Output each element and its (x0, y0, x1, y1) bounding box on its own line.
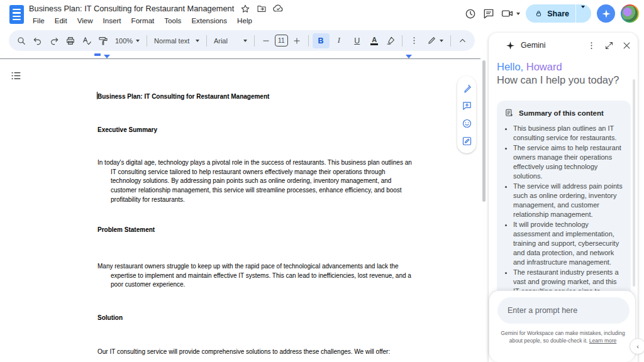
print-icon[interactable] (63, 33, 78, 48)
formatting-toolbar: 100% Normal text Arial 11 B I U A (9, 30, 475, 51)
menu-edit[interactable]: Edit (51, 16, 71, 25)
document-title[interactable]: Business Plan: IT Consulting for Restaur… (29, 4, 234, 13)
menu-file[interactable]: File (29, 16, 48, 25)
panel-expand-icon[interactable] (604, 41, 614, 50)
doc-paragraph-problem-statement[interactable]: Many restaurant owners struggle to keep … (97, 262, 413, 290)
summarize-doc-icon (504, 108, 514, 118)
doc-heading-executive-summary[interactable]: Executive Summary (97, 126, 413, 135)
doc-paragraph-executive-summary[interactable]: In today's digital age, technology plays… (97, 158, 413, 205)
doc-paragraph-solution[interactable]: Our IT consulting service will provide c… (97, 348, 413, 357)
menu-format[interactable]: Format (128, 16, 158, 25)
doc-heading-solution[interactable]: Solution (97, 314, 413, 323)
collapse-panel-button[interactable]: ‹ (630, 338, 644, 354)
panel-title: Gemini (521, 41, 546, 50)
meet-dropdown-caret[interactable] (516, 13, 520, 17)
summary-bullet-list: This business plan outlines an IT consul… (513, 124, 623, 296)
editing-mode-select[interactable] (424, 36, 447, 45)
summary-bullet: This business plan outlines an IT consul… (513, 124, 623, 143)
learn-more-link[interactable]: Learn more (589, 337, 616, 344)
gemini-spark-button[interactable] (597, 4, 615, 23)
menu-extensions[interactable]: Extensions (187, 16, 231, 25)
menu-view[interactable]: View (74, 16, 97, 25)
star-icon[interactable] (240, 4, 250, 14)
hide-menus-chevron-icon[interactable] (455, 33, 470, 48)
show-document-outline-icon[interactable] (10, 70, 22, 82)
panel-close-icon[interactable] (622, 41, 631, 50)
menu-insert[interactable]: Insert (99, 16, 125, 25)
gemini-sparkle-icon (506, 41, 515, 50)
share-button[interactable]: Share (526, 4, 591, 23)
version-history-icon[interactable] (464, 8, 477, 20)
gemini-side-panel: Gemini Hello, Howard How can I help you … (489, 33, 638, 362)
account-avatar[interactable] (621, 4, 639, 23)
summary-bullet: The service will address pain points suc… (513, 182, 623, 219)
underline-button[interactable]: U (348, 33, 365, 48)
search-menus-icon[interactable] (14, 33, 29, 48)
paint-format-icon[interactable] (96, 33, 111, 48)
summary-card: Summary of this content This business pl… (497, 101, 631, 299)
ruler-first-line-indent-marker[interactable] (94, 53, 101, 56)
pencil-icon (427, 36, 436, 45)
summary-bullet: It will provide technology assessment an… (513, 220, 623, 267)
font-family-select[interactable]: Arial (211, 37, 250, 45)
menu-bar: File Edit View Insert Format Tools Exten… (29, 16, 284, 25)
google-docs-app: Business Plan: IT Consulting for Restaur… (0, 0, 644, 362)
share-dropdown-caret[interactable] (576, 8, 591, 19)
bold-button[interactable]: B (313, 33, 330, 48)
undo-icon[interactable] (30, 33, 45, 48)
google-docs-logo-icon[interactable] (9, 5, 24, 24)
meet-video-icon[interactable] (501, 7, 520, 20)
panel-scrollbar[interactable] (633, 79, 635, 287)
panel-more-options-icon[interactable] (587, 41, 596, 50)
zoom-select[interactable]: 100% (112, 37, 143, 45)
doc-heading-title[interactable]: Business Plan: IT Consulting for Restaur… (97, 92, 413, 102)
menu-help[interactable]: Help (233, 16, 256, 25)
text-color-button[interactable]: A (367, 33, 382, 48)
comments-icon[interactable] (482, 8, 495, 20)
paragraph-style-select[interactable]: Normal text (151, 37, 203, 45)
decrease-font-size-button[interactable] (258, 33, 274, 48)
highlight-color-icon[interactable] (383, 33, 398, 48)
document-scrollbar[interactable] (482, 60, 486, 202)
lock-icon (535, 9, 543, 18)
move-folder-icon[interactable] (257, 4, 267, 14)
ruler (0, 58, 480, 59)
more-options-icon[interactable] (406, 33, 421, 48)
disclaimer-text: Gemini for Workspace can make mistakes, … (497, 330, 629, 344)
app-header: Business Plan: IT Consulting for Restaur… (0, 0, 644, 29)
suggest-edits-icon[interactable] (462, 136, 472, 146)
italic-button[interactable]: I (331, 33, 348, 48)
cloud-status-icon[interactable] (273, 3, 284, 14)
doc-heading-problem-statement[interactable]: Problem Statement (97, 226, 413, 235)
spell-check-icon[interactable] (79, 33, 94, 48)
share-label: Share (547, 9, 569, 18)
font-size-input[interactable]: 11 (275, 35, 288, 47)
summary-title: Summary of this content (519, 109, 604, 117)
redo-icon[interactable] (47, 33, 62, 48)
gemini-greeting: Hello, Howard How can I help you today? (497, 60, 619, 87)
prompt-area: Gemini for Workspace can make mistakes, … (489, 290, 636, 362)
prompt-input[interactable] (497, 297, 630, 324)
increase-font-size-button[interactable] (289, 33, 304, 48)
floating-action-toolbar (457, 76, 476, 153)
add-comment-icon[interactable] (462, 101, 472, 111)
help-me-write-icon[interactable] (462, 83, 472, 94)
menu-tools[interactable]: Tools (160, 16, 185, 25)
emoji-reaction-icon[interactable] (462, 118, 472, 129)
summary-bullet: The service aims to help restaurant owne… (513, 143, 623, 181)
